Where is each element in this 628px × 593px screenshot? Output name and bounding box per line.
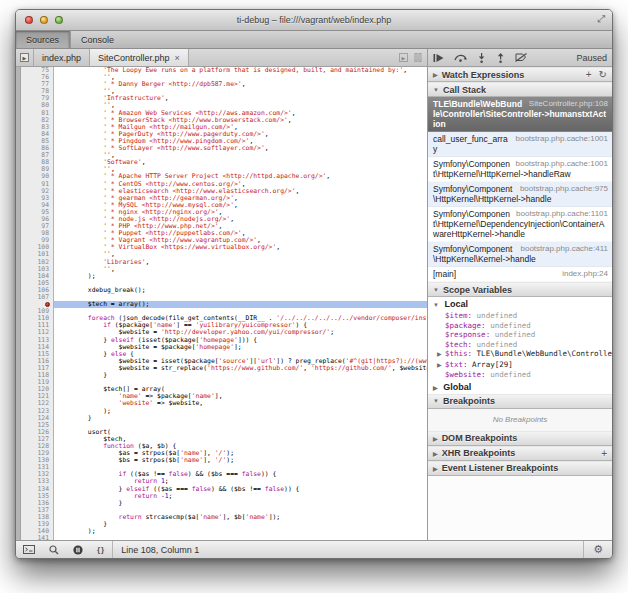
tab-sources[interactable]: Sources	[16, 31, 70, 48]
line-number-gutter[interactable]: 81	[21, 110, 54, 117]
scope-global-group[interactable]: ▶ Global	[428, 380, 612, 394]
event-listener-breakpoints-header[interactable]: ▶ Event Listener Breakpoints	[428, 461, 612, 476]
code-line: 87 '',	[21, 152, 427, 159]
line-number-gutter[interactable]: 88	[21, 159, 54, 166]
source-editor[interactable]: 75 'The Loopy Ewe runs on a platform tha…	[16, 67, 427, 540]
line-number-gutter[interactable]: 92	[21, 188, 54, 195]
code-text: ' * MySQL <http://www.mysql.com/>',	[54, 202, 427, 209]
paused-status: Paused	[576, 53, 607, 63]
pretty-print-button[interactable]: {}	[90, 545, 112, 554]
line-number-gutter[interactable]: 75	[21, 67, 54, 74]
code-line: 131	[21, 464, 427, 471]
code-line: 100 ' * VirtualBox <https://www.virtualb…	[21, 244, 427, 251]
code-line: 104 );	[21, 273, 427, 280]
chevron-down-icon: ▼	[433, 287, 439, 293]
dom-breakpoints-header[interactable]: ▶ DOM Breakpoints	[428, 431, 612, 446]
line-number-gutter[interactable]: 77	[21, 81, 54, 88]
line-number-gutter[interactable]: 90	[21, 173, 54, 180]
code-text: $tech[] = array(	[54, 386, 427, 393]
add-watch-button[interactable]: +	[586, 69, 592, 80]
call-stack-header[interactable]: ▼ Call Stack	[428, 82, 612, 97]
frame-location: bootstrap.php.cache:1101	[516, 209, 608, 218]
line-number-gutter[interactable]: 141	[21, 535, 54, 540]
fullscreen-icon[interactable]: ⤢	[597, 13, 605, 25]
file-tab-sitecontroller-php[interactable]: SiteController.php ×	[90, 49, 189, 66]
line-number-gutter[interactable]: 85	[21, 138, 54, 145]
step-into-button[interactable]	[477, 53, 486, 63]
pause-on-exceptions-button[interactable]	[66, 545, 90, 555]
line-number-gutter[interactable]: 76	[21, 74, 54, 81]
section-title: Event Listener Breakpoints	[442, 463, 559, 473]
line-number-gutter[interactable]: 96	[21, 216, 54, 223]
code-text: ' * Puppet <http://puppetlabs.com/>',	[54, 230, 427, 237]
code-text: ' * PagerDuty <http://www.pagerduty.com/…	[54, 131, 427, 138]
variable-name: $item:	[445, 311, 477, 320]
navigator-toggle-button[interactable]: ▶	[16, 49, 34, 66]
call-stack-frame[interactable]: index.php:24[main]	[428, 267, 612, 282]
refresh-watch-icon[interactable]: ↻	[599, 69, 607, 80]
scope-local-group[interactable]: ▼ Local	[428, 297, 612, 311]
line-number-gutter[interactable]: 93	[21, 195, 54, 202]
close-tab-icon[interactable]: ×	[175, 53, 180, 63]
line-number-gutter[interactable]: 78	[21, 88, 54, 95]
line-number-gutter[interactable]: 107	[21, 294, 54, 301]
line-number-gutter[interactable]: 95	[21, 209, 54, 216]
line-number-gutter[interactable]: 83	[21, 124, 54, 131]
line-number-gutter[interactable]: 79	[21, 95, 54, 102]
scope-variables-header[interactable]: ▼ Scope Variables	[428, 282, 612, 297]
watch-expressions-header[interactable]: ▶ Watch Expressions + ↻	[428, 67, 612, 82]
code-text: ' * elasticsearch <http://www.elasticsea…	[54, 188, 427, 195]
call-stack-frame[interactable]: bootstrap.php.cache:1101Symfony\Componen…	[428, 207, 612, 242]
scope-variable[interactable]: ▶$txt: Array[29]	[428, 360, 612, 371]
console-toggle-icon[interactable]	[16, 545, 42, 554]
variable-value: undefined	[495, 330, 536, 339]
line-number-gutter[interactable]: 97	[21, 223, 54, 230]
code-line: 77 ' * Danny Berger <http://dpb587.me>',	[21, 81, 427, 88]
line-number-gutter[interactable]: 89	[21, 166, 54, 173]
variable-value: undefined	[477, 340, 518, 349]
scope-variable[interactable]: $tech: undefined	[428, 340, 612, 350]
scope-variable[interactable]: ▶$this: TLE\Bundle\WebBundle\Controller\…	[428, 349, 612, 360]
scope-variable[interactable]: $item: undefined	[428, 311, 612, 321]
line-number-gutter[interactable]: 86	[21, 145, 54, 152]
gear-icon[interactable]: ⚙	[584, 543, 612, 556]
line-number-gutter[interactable]: 91	[21, 181, 54, 188]
breakpoints-header[interactable]: ▼ Breakpoints	[428, 394, 612, 409]
xhr-breakpoints-header[interactable]: ▶ XHR Breakpoints +	[428, 446, 612, 461]
continue-button[interactable]	[433, 54, 444, 62]
file-tab-label: SiteController.php	[98, 53, 170, 63]
code-line: 106 xdebug_break();	[21, 287, 427, 294]
code-text: $website = isset($package['source']['url…	[54, 358, 427, 365]
line-number-gutter[interactable]: 98	[21, 230, 54, 237]
code-line: 115 } else {	[21, 351, 427, 358]
call-stack-frame[interactable]: bootstrap.php.cache:411Symfony\Component…	[428, 242, 612, 267]
column-view-icon[interactable]	[414, 53, 422, 62]
tabbar-spacer	[189, 49, 399, 66]
call-stack-frame[interactable]: bootstrap.php.cache:1001Symfony\Componen…	[428, 157, 612, 182]
line-number-gutter[interactable]: 84	[21, 131, 54, 138]
line-number-gutter[interactable]: 80	[21, 102, 54, 109]
inspector-window: ti-debug – file:///vagrant/web/index.php…	[15, 9, 613, 559]
call-stack-frame[interactable]: SiteController.php:108TLE\Bundle\WebBund…	[428, 97, 612, 132]
line-number-gutter[interactable]: 87	[21, 152, 54, 159]
add-xhr-breakpoint-button[interactable]: +	[601, 448, 607, 459]
step-out-button[interactable]	[496, 53, 505, 63]
call-stack-frame[interactable]: bootstrap.php.cache:1001call_user_func_a…	[428, 132, 612, 157]
tab-console[interactable]: Console	[71, 31, 124, 48]
call-stack-frame[interactable]: bootstrap.php.cache:975Symfony\Component…	[428, 182, 612, 207]
file-tab-index-php[interactable]: index.php	[34, 49, 90, 66]
chevron-down-icon: ▼	[433, 398, 439, 404]
expand-icon[interactable]: ▶	[437, 361, 445, 371]
line-number-gutter[interactable]: 94	[21, 202, 54, 209]
search-icon[interactable]	[42, 545, 66, 555]
step-over-button[interactable]	[454, 53, 467, 62]
line-number-gutter[interactable]: 82	[21, 117, 54, 124]
expand-icon[interactable]: ▶	[437, 350, 445, 360]
toggle-breakpoints-button[interactable]	[515, 53, 527, 62]
pane-toggle-icon[interactable]: ▶	[399, 53, 408, 62]
code-line: 119	[21, 379, 427, 386]
scope-local-variables: $item: undefined$package: undefined$resp…	[428, 311, 612, 380]
scope-variable[interactable]: $response: undefined	[428, 330, 612, 340]
scope-variable[interactable]: $package: undefined	[428, 321, 612, 331]
scope-variable[interactable]: $website: undefined	[428, 370, 612, 380]
